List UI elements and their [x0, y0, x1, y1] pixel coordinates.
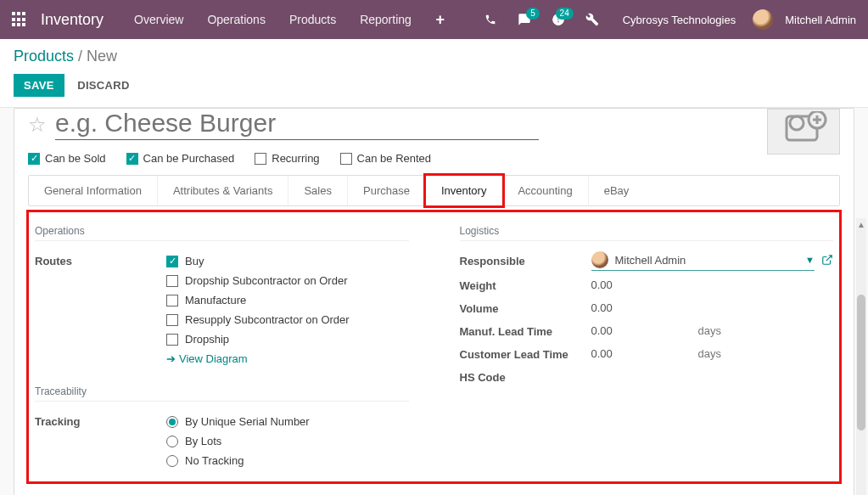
control-bar: Products / New SAVE DISCARD	[0, 39, 868, 108]
tracking-serial[interactable]: By Unique Serial Number	[166, 412, 409, 431]
operations-section-title: Operations	[35, 225, 409, 241]
form-sheet: ☆ ✓Can be Sold ✓Can be Purchased Recurri…	[14, 108, 854, 495]
hs-code-input[interactable]	[591, 368, 693, 385]
responsible-label: Responsible	[460, 251, 591, 267]
can-be-purchased-checkbox[interactable]: ✓Can be Purchased	[126, 152, 235, 165]
product-image-placeholder[interactable]	[767, 109, 840, 155]
customer-lead-label: Customer Lead Time	[460, 345, 591, 361]
tab-general-information[interactable]: General Information	[29, 176, 158, 205]
tab-inventory[interactable]: Inventory	[426, 176, 502, 205]
chat-icon[interactable]: 5	[511, 6, 538, 33]
route-buy[interactable]: ✓Buy	[166, 251, 409, 271]
activity-icon[interactable]: 24	[545, 6, 572, 33]
volume-label: Volume	[460, 299, 591, 315]
breadcrumb-root[interactable]: Products	[14, 48, 74, 65]
breadcrumb: Products / New	[14, 48, 854, 65]
manuf-lead-input[interactable]	[591, 322, 693, 340]
avatar-icon	[591, 251, 608, 268]
tracking-lots[interactable]: By Lots	[166, 431, 409, 451]
can-be-rented-checkbox[interactable]: Can be Rented	[340, 152, 431, 165]
save-button[interactable]: SAVE	[14, 74, 64, 97]
scroll-up-icon[interactable]: ▲	[856, 218, 866, 230]
menu-overview[interactable]: Overview	[126, 13, 192, 26]
weight-label: Weight	[460, 276, 591, 292]
arrow-right-icon: ➔	[166, 352, 176, 365]
tab-purchase[interactable]: Purchase	[348, 176, 426, 205]
can-be-sold-checkbox[interactable]: ✓Can be Sold	[28, 152, 106, 165]
username[interactable]: Mitchell Admin	[785, 14, 856, 26]
vertical-scrollbar[interactable]: ▲ ▼	[856, 218, 866, 495]
responsible-field[interactable]: Mitchell Admin ▼	[591, 251, 815, 271]
tab-ebay[interactable]: eBay	[589, 176, 645, 205]
phone-icon[interactable]	[477, 6, 504, 33]
menu-products[interactable]: Products	[281, 13, 344, 26]
favorite-star-icon[interactable]: ☆	[28, 113, 47, 137]
view-diagram-link[interactable]: ➔ View Diagram	[166, 352, 248, 365]
avatar[interactable]	[753, 9, 773, 30]
dropdown-caret-icon: ▼	[805, 255, 815, 265]
hs-code-label: HS Code	[460, 368, 591, 384]
route-dropship[interactable]: Dropship	[166, 329, 409, 349]
discard-button[interactable]: DISCARD	[77, 79, 129, 92]
tab-attributes-variants[interactable]: Attributes & Variants	[158, 176, 289, 205]
logistics-section-title: Logistics	[460, 225, 834, 241]
external-link-icon[interactable]	[821, 254, 833, 268]
weight-input[interactable]	[591, 276, 693, 294]
customer-lead-input[interactable]	[591, 345, 693, 363]
menu-operations[interactable]: Operations	[199, 13, 273, 26]
product-flags: ✓Can be Sold ✓Can be Purchased Recurring…	[28, 147, 840, 175]
product-name-input[interactable]	[55, 109, 539, 140]
menu-reporting[interactable]: Reporting	[351, 13, 420, 26]
tab-accounting[interactable]: Accounting	[502, 176, 588, 205]
manuf-lead-label: Manuf. Lead Time	[460, 322, 591, 338]
route-manufacture[interactable]: Manufacture	[166, 290, 409, 310]
tab-sales[interactable]: Sales	[288, 176, 348, 205]
settings-icon[interactable]	[579, 6, 606, 33]
tracking-none[interactable]: No Tracking	[166, 451, 409, 470]
app-name[interactable]: Inventory	[41, 11, 104, 29]
activity-badge: 24	[556, 8, 574, 20]
tabs: General Information Attributes & Variant…	[28, 175, 840, 206]
company-name[interactable]: Cybrosys Technologies	[613, 14, 746, 26]
chat-badge: 5	[526, 8, 540, 20]
breadcrumb-current: New	[87, 48, 117, 65]
route-dropship-subcontractor[interactable]: Dropship Subcontractor on Order	[166, 271, 409, 290]
route-resupply-subcontractor[interactable]: Resupply Subcontractor on Order	[166, 310, 409, 329]
routes-label: Routes	[35, 251, 166, 267]
apps-icon[interactable]	[12, 12, 27, 27]
topnav: Inventory Overview Operations Products R…	[0, 0, 868, 39]
new-menu-button[interactable]: +	[427, 6, 454, 33]
svg-point-1	[790, 116, 804, 130]
volume-input[interactable]	[591, 299, 693, 317]
inventory-panel: Operations Routes ✓Buy Dropship Subcontr…	[28, 211, 840, 482]
tracking-label: Tracking	[35, 412, 166, 428]
recurring-checkbox[interactable]: Recurring	[255, 152, 319, 165]
traceability-section-title: Traceability	[35, 385, 409, 402]
